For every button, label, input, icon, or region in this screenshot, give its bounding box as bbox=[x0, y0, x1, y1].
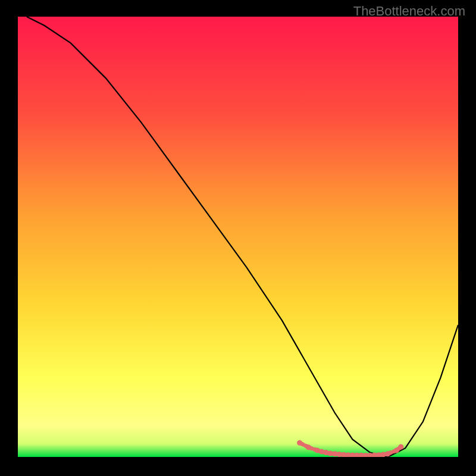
bottom-marker bbox=[324, 450, 329, 455]
plot-frame bbox=[18, 17, 458, 457]
bottom-marker bbox=[394, 447, 399, 453]
bottom-marker bbox=[319, 449, 324, 455]
watermark-text: TheBottleneck.com bbox=[353, 4, 465, 19]
bottom-marker bbox=[398, 444, 403, 450]
bottom-marker bbox=[385, 451, 390, 456]
bottleneck-curve bbox=[27, 17, 458, 457]
plot-area bbox=[18, 17, 458, 457]
bottom-marker-group bbox=[297, 440, 403, 457]
bottom-marker bbox=[297, 440, 302, 446]
chart-svg bbox=[18, 17, 458, 457]
bottom-marker bbox=[306, 444, 311, 450]
